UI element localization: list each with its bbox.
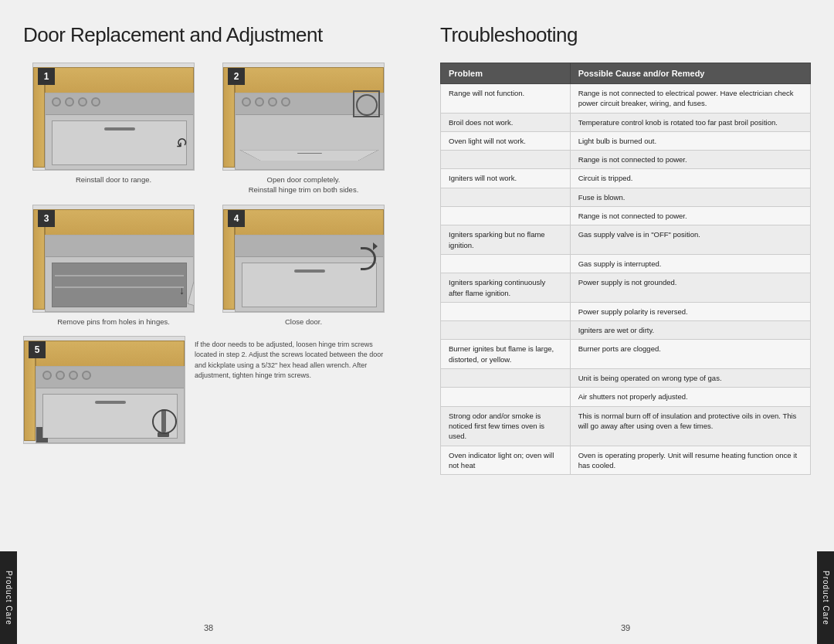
step-4-badge: 4: [228, 210, 245, 227]
problem-cell: [441, 388, 571, 406]
step-2-caption: Open door completely. Reinstall hinge tr…: [249, 175, 359, 195]
table-row: Oven light will not work.Light bulb is b…: [441, 131, 811, 150]
problem-cell: [441, 321, 571, 340]
right-side-tab-text: Product Care: [822, 571, 830, 625]
remedy-cell: Igniters are wet or dirty.: [570, 321, 810, 340]
left-page: Door Replacement and Adjustment 1 step: [0, 0, 417, 644]
step-4-caption: Close door.: [285, 317, 322, 327]
remedy-cell: Oven is operating properly. Unit will re…: [570, 446, 810, 475]
remedy-cell: Burner ports are clogged.: [570, 340, 810, 369]
right-page-title: Troubleshooting: [440, 23, 811, 47]
step-3-caption: Remove pins from holes in hinges.: [57, 317, 170, 327]
col1-header: Problem: [441, 63, 571, 84]
remedy-cell: Temperature control knob is rotated too …: [570, 113, 810, 131]
step-5-caption: If the door needs to be adjusted, loosen…: [195, 336, 394, 444]
remedy-cell: Power supply polarity is reversed.: [570, 302, 810, 320]
problem-cell: Igniters sparking but no flame ignition.: [441, 225, 571, 255]
problem-cell: Broil does not work.: [441, 113, 571, 131]
left-side-tab-text: Product Care: [5, 571, 13, 625]
left-side-tab: Product Care: [0, 551, 17, 644]
step-2-item: 2 step: [213, 63, 394, 195]
step-1-badge: 1: [38, 68, 55, 85]
step-4-image: 4 step: [222, 205, 385, 313]
problem-cell: Oven indicator light on; oven will not h…: [441, 446, 571, 475]
right-side-tab: Product Care: [817, 551, 834, 644]
right-page-number: 39: [621, 623, 630, 632]
step-1-caption: Reinstall door to range.: [76, 175, 151, 185]
step-1-item: 1 step: [23, 63, 204, 195]
table-row: Unit is being operated on wrong type of …: [441, 369, 811, 388]
table-row: Broil does not work.Temperature control …: [441, 113, 811, 131]
problem-cell: [441, 254, 571, 273]
remedy-cell: Gas supply valve is in "OFF" position.: [570, 225, 810, 255]
remedy-cell: Circuit is tripped.: [570, 169, 810, 188]
problem-cell: [441, 207, 571, 225]
table-row: Igniters sparking continuously after fla…: [441, 273, 811, 303]
remedy-cell: Range is not connected to power.: [570, 207, 810, 225]
table-row: Igniters sparking but no flame ignition.…: [441, 225, 811, 255]
table-row: Power supply polarity is reversed.: [441, 302, 811, 320]
remedy-cell: Light bulb is burned out.: [570, 131, 810, 150]
remedy-cell: Air shutters not properly adjusted.: [570, 388, 810, 406]
col2-header: Possible Cause and/or Remedy: [570, 63, 810, 84]
problem-cell: Burner ignites but flame is large, disto…: [441, 340, 571, 369]
table-row: Burner ignites but flame is large, disto…: [441, 340, 811, 369]
troubleshoot-table: Problem Possible Cause and/or Remedy Ran…: [440, 63, 811, 475]
remedy-cell: Unit is being operated on wrong type of …: [570, 369, 810, 388]
problem-cell: Igniters will not work.: [441, 169, 571, 188]
problem-cell: [441, 188, 571, 206]
step-3-image: 3 step: [32, 205, 195, 313]
step-5-item: 5 step: [23, 336, 394, 444]
problem-cell: Strong odor and/or smoke is noticed firs…: [441, 406, 571, 446]
step-3-badge: 3: [38, 210, 55, 227]
left-page-number: 38: [204, 623, 213, 632]
remedy-cell: Range is not connected to electrical pow…: [570, 84, 810, 114]
problem-cell: Oven light will not work.: [441, 131, 571, 150]
problem-cell: [441, 369, 571, 388]
table-row: Fuse is blown.: [441, 188, 811, 206]
step-4-item: 4 step Close door.: [213, 205, 394, 327]
remedy-cell: Gas supply is interrupted.: [570, 254, 810, 273]
step-5-image: 5 step: [23, 336, 185, 444]
table-row: Igniters will not work.Circuit is trippe…: [441, 169, 811, 188]
remedy-cell: This is normal burn off of insulation an…: [570, 406, 810, 446]
step-2-image: 2 step: [222, 63, 385, 171]
problem-cell: [441, 151, 571, 169]
step-1-image: 1 step: [32, 63, 195, 171]
table-row: Strong odor and/or smoke is noticed firs…: [441, 406, 811, 446]
table-row: Range will not function.Range is not con…: [441, 84, 811, 114]
step-2-badge: 2: [228, 68, 245, 85]
table-row: Oven indicator light on; oven will not h…: [441, 446, 811, 475]
table-row: Range is not connected to power.: [441, 207, 811, 225]
left-page-title: Door Replacement and Adjustment: [23, 23, 394, 47]
right-page: Troubleshooting Problem Possible Cause a…: [417, 0, 834, 644]
table-row: Air shutters not properly adjusted.: [441, 388, 811, 406]
remedy-cell: Fuse is blown.: [570, 188, 810, 206]
problem-cell: [441, 302, 571, 320]
table-row: Range is not connected to power.: [441, 151, 811, 169]
table-row: Igniters are wet or dirty.: [441, 321, 811, 340]
table-row: Gas supply is interrupted.: [441, 254, 811, 273]
step-5-badge: 5: [29, 341, 46, 358]
problem-cell: Igniters sparking continuously after fla…: [441, 273, 571, 303]
step-3-item: 3 step: [23, 205, 204, 327]
remedy-cell: Power supply is not grounded.: [570, 273, 810, 303]
problem-cell: Range will not function.: [441, 84, 571, 114]
remedy-cell: Range is not connected to power.: [570, 151, 810, 169]
steps-grid: 1 step: [23, 63, 394, 327]
